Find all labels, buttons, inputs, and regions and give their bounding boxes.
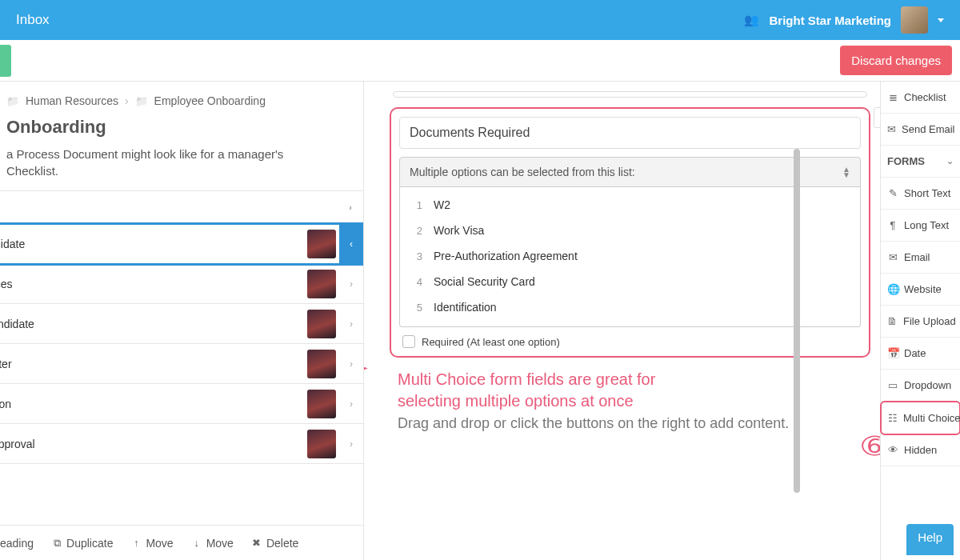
duplicate-button[interactable]: ⧉Duplicate	[51, 537, 113, 550]
widget-long-text[interactable]: ¶Long Text	[881, 210, 960, 242]
required-label: Required (At least one option)	[422, 336, 560, 348]
breadcrumb-item[interactable]: Human Resources	[26, 94, 118, 107]
arrow-up-icon: ↑	[130, 537, 142, 549]
assignee-avatar[interactable]	[307, 270, 336, 298]
chevron-right-icon: ›	[349, 202, 352, 212]
task-label: ob to Candidate	[0, 318, 307, 330]
annotation-text: Multi Choice form fields are great forse…	[386, 358, 874, 412]
file-icon: 🗎	[887, 315, 898, 327]
widget-website[interactable]: 🌐Website	[881, 274, 960, 306]
paragraph-icon: ¶	[887, 219, 898, 231]
assignee-avatar[interactable]	[307, 230, 336, 258]
list-icon: ≣	[887, 91, 898, 103]
task-row[interactable]: References ›	[0, 264, 364, 304]
option-row[interactable]: 2Work Visa	[403, 218, 857, 243]
task-label: ask for approval	[0, 438, 307, 450]
task-label: Offer Letter	[0, 358, 307, 370]
task-label: Information	[0, 398, 307, 410]
option-row[interactable]: 4Social Security Card	[403, 269, 857, 294]
hidden-icon: 👁	[887, 444, 898, 456]
section-header[interactable]: r:›	[0, 190, 364, 224]
task-label: the Candidate	[0, 238, 307, 250]
folder-icon	[135, 94, 148, 107]
widget-file-upload[interactable]: 🗎File Upload	[881, 306, 960, 338]
chevron-right-icon: ›	[339, 398, 363, 410]
widget-hidden[interactable]: 👁Hidden	[881, 434, 960, 466]
inbox-link[interactable]: Inbox	[16, 12, 50, 28]
assignee-avatar[interactable]	[307, 430, 336, 458]
task-row[interactable]: Offer Letter ›	[0, 344, 364, 384]
duplicate-icon: ⧉	[51, 537, 62, 550]
scrollbar[interactable]	[792, 82, 800, 560]
widgets-sidebar: ≣Checklist ✉Send Email FORMS⌄ ✎Short Tex…	[880, 82, 960, 560]
page-title: Onboarding	[0, 115, 363, 146]
move-down-button[interactable]: ↓Move	[191, 537, 234, 550]
user-menu-caret-icon[interactable]	[938, 18, 944, 22]
forms-section-header[interactable]: FORMS⌄	[881, 146, 960, 178]
edit-icon: ✎	[887, 187, 898, 199]
org-name[interactable]: Bright Star Marketing	[769, 14, 891, 27]
required-checkbox[interactable]	[402, 335, 415, 348]
task-toolbar: eading ⧉Duplicate ↑Move ↓Move ✖Delete	[0, 525, 363, 560]
task-row[interactable]: ask for approval ›	[0, 424, 364, 464]
option-row[interactable]: 5Identification	[403, 294, 857, 320]
multichoice-icon: ☷	[888, 412, 898, 424]
folder-icon	[6, 94, 19, 107]
save-button-stub[interactable]	[0, 45, 11, 77]
chevron-right-icon: ›	[339, 438, 363, 450]
chevron-right-icon: ›	[125, 94, 129, 107]
dropdown-icon: ▭	[887, 379, 898, 391]
annotation-arrow-icon: ➤	[364, 354, 370, 382]
calendar-icon: 📅	[887, 347, 898, 359]
widget-send-email[interactable]: ✉Send Email	[881, 114, 960, 146]
breadcrumb: Human Resources › Employee Onboarding	[0, 90, 363, 115]
task-row[interactable]: ob to Candidate ›	[0, 304, 364, 344]
editor-panel: × Multiple options can be selected from …	[364, 82, 880, 560]
arrow-down-icon: ↓	[191, 537, 202, 549]
user-avatar[interactable]	[901, 6, 928, 34]
widget-date[interactable]: 📅Date	[881, 338, 960, 370]
scrollbar-thumb[interactable]	[794, 149, 800, 493]
widget-dropdown[interactable]: ▭Dropdown	[881, 370, 960, 402]
mail-icon: ✉	[887, 123, 896, 135]
task-row[interactable]: the Candidate ‹	[0, 224, 364, 264]
widget-email[interactable]: ✉Email	[881, 242, 960, 274]
left-panel: Human Resources › Employee Onboarding On…	[0, 82, 364, 560]
delete-button[interactable]: ✖Delete	[251, 537, 298, 550]
widget-checklist[interactable]: ≣Checklist	[881, 82, 960, 114]
chevron-left-icon[interactable]: ‹	[339, 224, 363, 263]
globe-icon: 🌐	[887, 283, 898, 295]
chevron-right-icon: ›	[339, 278, 363, 290]
option-row[interactable]: 1W2	[403, 192, 857, 218]
widget-multi-choice[interactable]: ☷Multi Choice	[880, 401, 960, 435]
help-button[interactable]: Help	[906, 524, 954, 555]
annotation-arrow-icon: ➅	[862, 432, 880, 460]
chevron-right-icon: ›	[339, 318, 363, 330]
assignee-avatar[interactable]	[307, 390, 336, 418]
option-row[interactable]: 3Pre-Authorization Agreement	[403, 243, 857, 269]
assignee-avatar[interactable]	[307, 350, 336, 378]
discard-changes-button[interactable]: Discard changes	[840, 46, 952, 75]
widget-short-text[interactable]: ✎Short Text	[881, 178, 960, 210]
chevron-right-icon: ›	[339, 358, 363, 370]
heading-button[interactable]: eading	[0, 537, 34, 550]
drop-hint: Drag and drop or click the buttons on th…	[386, 412, 874, 432]
chevron-down-icon: ⌄	[946, 156, 954, 166]
assignee-avatar[interactable]	[307, 310, 336, 338]
move-up-button[interactable]: ↑Move	[130, 537, 173, 550]
task-row[interactable]: Information ›	[0, 384, 364, 424]
select-header-label: Multiple options can be selected from th…	[410, 166, 635, 178]
sort-icon: ▲▼	[842, 166, 850, 178]
top-bar: Inbox 👥 Bright Star Marketing	[0, 0, 960, 40]
close-card-button[interactable]: ×	[874, 107, 880, 128]
group-icon: 👥	[744, 13, 759, 27]
task-label: References	[0, 278, 307, 290]
breadcrumb-item[interactable]: Employee Onboarding	[154, 94, 266, 107]
action-bar: Discard changes	[0, 40, 960, 82]
envelope-icon: ✉	[887, 251, 898, 263]
delete-icon: ✖	[251, 537, 262, 549]
page-subtitle: a Process Document might look like for a…	[0, 146, 363, 190]
